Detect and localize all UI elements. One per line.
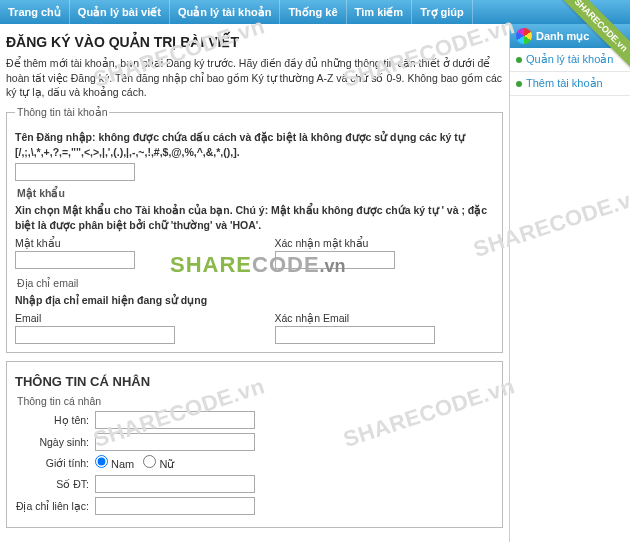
nav-accounts[interactable]: Quản lý tài khoản [170,0,280,24]
gender-label: Giới tính: [15,457,95,469]
wheel-icon [516,28,532,44]
email-note: Nhập địa chỉ email hiện đang sử dụng [15,293,494,308]
nav-posts[interactable]: Quản lý bài viết [70,0,170,24]
password-label: Mật khẩu [15,237,235,249]
nav-home[interactable]: Trang chủ [0,0,70,24]
nav-help[interactable]: Trợ giúp [412,0,473,24]
email-confirm-label: Xác nhận Email [275,312,495,324]
sidebar-item-manage[interactable]: Quản lý tài khoản [510,48,630,72]
bullet-icon [516,57,522,63]
fullname-input[interactable] [95,411,255,429]
password-confirm-label: Xác nhận mật khẩu [275,237,495,249]
sidebar-item-add[interactable]: Thêm tài khoản [510,72,630,96]
gender-male[interactable]: Nam [95,458,134,470]
password-confirm-input[interactable] [275,251,395,269]
password-legend: Mật khẩu [15,187,494,199]
email-legend: Địa chỉ email [15,277,494,289]
username-note: Tên Đăng nhập: không được chứa dấu cách … [15,130,494,159]
dob-input[interactable] [95,433,255,451]
gender-female[interactable]: Nữ [143,458,174,470]
page-title: ĐĂNG KÝ VÀO QUẢN TRỊ BÀI VIẾT [6,34,503,50]
email-label: Email [15,312,235,324]
password-note: Xin chọn Mật khẩu cho Tài khoản của bạn.… [15,203,494,232]
nav-search[interactable]: Tìm kiếm [347,0,413,24]
account-legend: Thông tin tài khoản [15,106,109,118]
personal-panel: THÔNG TIN CÁ NHÂN Thông tin cá nhân Họ t… [6,361,503,528]
sidebar: Danh mục Quản lý tài khoản Thêm tài khoả… [510,24,630,542]
address-label: Địa chỉ liên lạc: [15,500,95,512]
top-nav: Trang chủ Quản lý bài viết Quản lý tài k… [0,0,630,24]
dob-label: Ngày sinh: [15,436,95,448]
password-input[interactable] [15,251,135,269]
phone-label: Số ĐT: [15,478,95,490]
username-input[interactable] [15,163,135,181]
nav-stats[interactable]: Thống kê [280,0,346,24]
fullname-label: Họ tên: [15,414,95,426]
email-confirm-input[interactable] [275,326,435,344]
bullet-icon [516,81,522,87]
page-intro: Để thêm mới tài khoản, bạn phải Đăng ký … [6,56,503,100]
address-input[interactable] [95,497,255,515]
phone-input[interactable] [95,475,255,493]
sidebar-header: Danh mục [510,24,630,48]
email-input[interactable] [15,326,175,344]
personal-legend: Thông tin cá nhân [15,395,494,407]
main-content: ĐĂNG KÝ VÀO QUẢN TRỊ BÀI VIẾT Để thêm mớ… [0,24,510,542]
personal-title: THÔNG TIN CÁ NHÂN [15,374,494,389]
account-panel: Thông tin tài khoản Tên Đăng nhập: không… [6,106,503,352]
